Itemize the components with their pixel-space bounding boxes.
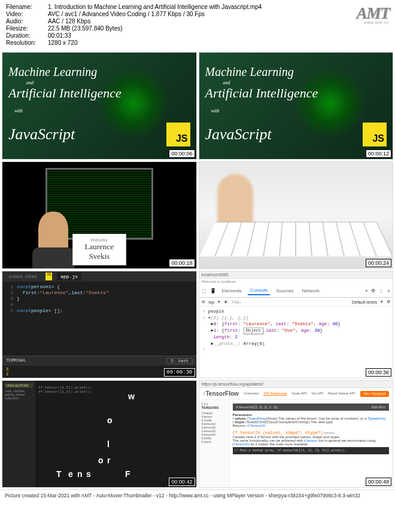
video-value: AVC / avc1 / Advanced Video Coding / 1.8… [48,11,205,17]
thumb-8: https://js.tensorflow.org/api/latest/ ↑T… [199,380,394,488]
tensorflow-logo[interactable]: ↑TensorFlow [203,390,239,397]
thumb-2: Machine Learning and Artificial Intellig… [199,52,394,160]
thumb-7: OPEN EDITORS node_modules getting_starte… [2,380,197,488]
js-file-icon: JS [45,273,52,280]
docs-nav: Overview API Reference Node API Vis API … [244,392,355,396]
thumb-4: 00:00:24 [199,161,394,269]
settings-gear-icon[interactable]: ⚙ [387,299,390,304]
docs-sidebar: 2.0.1 TENSORS Creation tf.tensor tf.scal… [199,400,229,487]
menu-icon[interactable]: ⋮ [379,288,384,293]
timestamp: 00:00:12 [366,149,391,158]
docs-content: tf.tensor2d([1, 2], [1, 2, 1]); Edit Run… [229,400,393,487]
inspect-icon[interactable]: ⬚ [202,288,206,293]
footer-credit: Picture created 15-Mar-2021 with AMT - A… [0,490,395,501]
keyboard-keys [199,222,393,256]
nav-rn[interactable]: React Native API [328,392,355,396]
devtools-title: Welcome to localhost [199,279,393,285]
clear-icon[interactable]: ⊘ [202,299,205,304]
title-and: and [223,80,387,85]
device-icon[interactable]: 📱 [210,288,216,293]
title-ai: Artificial Intelligence [8,85,190,101]
hover-tooltip: Object [244,328,263,335]
sig-tag: function [324,431,335,435]
code-editor[interactable]: 1const person1 = { 2 first : "Laurence",… [2,282,196,356]
thumb-5: index.html JS app.js 1const person1 = { … [2,271,197,378]
cta-button[interactable]: TRY TENSOR [360,391,389,397]
editor-tabs: index.html JS app.js [2,271,196,282]
close-icon[interactable]: × [387,288,390,293]
shell-selector[interactable]: 3: bash [166,358,192,364]
animated-letters: w o l o r T e n s F [38,381,196,487]
title-with: with [211,108,387,114]
tab-sources[interactable]: Sources [274,287,296,295]
instructor-last: Svekis [85,252,114,261]
timestamp: 00:00:30 [164,368,195,377]
filename-label: Filename: [6,4,48,10]
context-selector[interactable]: top [209,300,215,304]
timestamp: 00:00:06 [169,149,195,158]
returns: Returns: tf.Tensor1D [233,424,390,427]
js-logo-icon: JS [363,123,387,146]
docs-header: ↑TensorFlow Overview API Reference Node … [199,388,393,400]
timestamp: 00:00:48 [366,478,391,486]
nav-node[interactable]: Node API [291,392,306,396]
info-header: AMT www.amt.cc Filename:1. Introduction … [0,0,395,50]
thumbnail-grid: Machine Learning and Artificial Intellig… [0,50,395,490]
nav-api-ref[interactable]: API Reference [263,392,287,396]
console-output[interactable]: › people ‹ ▼(2) [{…}, {…}] ▶0: {first: "… [199,307,393,355]
audio-value: AAC / 128 Kbps [48,18,90,25]
browser-address[interactable]: https://js.tensorflow.org/api/latest/ [199,381,393,388]
levels-selector[interactable]: Default levels [352,300,377,304]
instructor-photo [38,212,68,250]
address-bar[interactable]: localhost:8080 [199,271,393,279]
nav-vis[interactable]: Vis API [312,392,323,396]
nav-overview[interactable]: Overview [244,392,259,396]
timestamp: 00:00:18 [169,259,195,267]
duration-value: 00:01:33 [48,32,71,39]
filename-value: 1. Introduction to Machine Learning and … [48,4,262,10]
function-signature: tf.tensor2d (values, shape?, dtype?) [233,430,323,435]
audio-label: Audio: [6,18,48,25]
resolution-value: 1280 x 720 [48,39,78,46]
console-toolbar: ⊘ top ▾ 👁 Filter Default levels▾ ⚙ [199,298,393,307]
title-and: and [26,80,190,85]
tab-elements[interactable]: Elements [220,287,244,295]
sidebar-item[interactable]: index.html [5,396,33,400]
tab-console[interactable]: Console [248,286,270,295]
title-ml: Machine Learning [8,65,190,79]
js-logo-icon: JS [166,123,190,146]
instructor-label: Instructor [85,238,114,242]
title-ml: Machine Learning [205,65,387,79]
example-code: tf.tensor2d([1, 2], [1, 2, 1]); [236,405,279,409]
title-ai: Artificial Intelligence [205,85,387,101]
thumb-6: localhost:8080 Welcome to localhost ⬚ 📱 … [199,271,394,378]
timestamp: 00:00:36 [366,368,391,377]
timestamp: 00:00:24 [366,259,391,267]
settings-icon[interactable]: ⚙ [371,288,375,293]
instructor-first: Laurence [85,242,114,252]
resolution-label: Resolution: [6,39,48,46]
amt-url: www.amt.cc [364,20,389,25]
title-with: with [14,108,190,114]
sidebar-header: OPEN EDITORS [5,383,33,388]
eye-icon[interactable]: 👁 [224,300,228,304]
example-actions[interactable]: Edit Run [372,405,385,409]
timestamp: 00:00:42 [169,478,195,486]
sidebar-link[interactable]: tf.clone [202,440,226,444]
func-desc: The same functionality can be achieved w… [233,439,390,446]
terminal-tab[interactable]: TERMINAL [6,358,26,364]
more-tabs-icon[interactable]: » [365,288,367,293]
tab-network[interactable]: Network [300,287,322,295]
thumb-1: Machine Learning and Artificial Intellig… [2,52,197,160]
devtools-tabs: ⬚ 📱 Elements Console Sources Network » ⚙… [199,285,393,298]
title-js: JavaScript [205,126,272,143]
filesize-label: Filesize: [6,25,48,32]
terminal-tabs: TERMINAL 3: bash [2,356,196,366]
tab-app-js[interactable]: app.js [57,273,81,280]
filter-input[interactable]: Filter [232,300,241,304]
duration-label: Duration: [6,32,48,39]
thumb-3: Instructor Laurence Svekis 00:00:18 [2,161,197,269]
vscode-sidebar[interactable]: OPEN EDITORS node_modules getting_starte… [2,381,35,487]
example-toolbar: tf.tensor2d([1, 2], [1, 2, 1]); Edit Run [233,403,390,411]
tab-index-html[interactable]: index.html [5,273,41,280]
